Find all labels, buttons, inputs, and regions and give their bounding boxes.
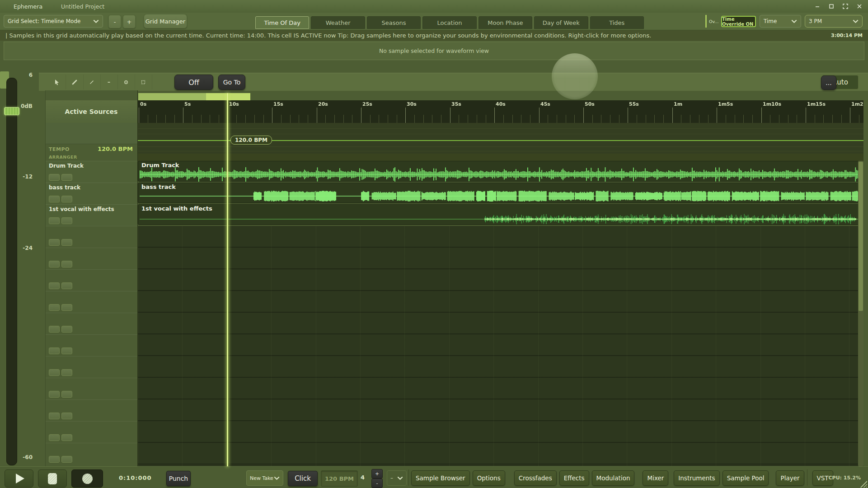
override-hour-dropdown[interactable]: 3 PM	[805, 15, 863, 28]
close-button[interactable]	[854, 1, 864, 11]
panel-button-options[interactable]: Options	[473, 470, 505, 486]
play-button[interactable]	[5, 469, 33, 488]
empty-track-row[interactable]	[45, 313, 137, 334]
track-mini-button-b[interactable]	[61, 217, 72, 224]
loop-region[interactable]	[138, 93, 206, 100]
empty-track-row[interactable]	[45, 291, 137, 313]
track-mini-button-b[interactable]	[61, 196, 72, 202]
panel-button-mixer[interactable]: Mixer	[643, 470, 668, 486]
panel-button-instruments[interactable]: Instruments	[674, 470, 719, 486]
track-mini-button-b[interactable]	[61, 369, 72, 376]
zoom-out-button[interactable]: -	[108, 15, 121, 28]
panel-button-sample-pool[interactable]: Sample Pool	[723, 470, 769, 486]
tempo-marker-badge[interactable]: 120.0 BPM	[230, 136, 272, 145]
zoom-in-button[interactable]: +	[123, 15, 136, 28]
tempo-row[interactable]: TEMPO 120.0 BPM	[45, 144, 137, 154]
timeline-ruler[interactable]	[138, 100, 863, 123]
click-button[interactable]: Click	[288, 471, 318, 486]
stop-button[interactable]	[38, 469, 67, 488]
track-mini-button-a[interactable]	[49, 413, 60, 419]
master-fader-track[interactable]	[6, 78, 17, 465]
line-tool-button[interactable]	[83, 75, 101, 89]
track-mini-button-a[interactable]	[49, 217, 60, 224]
punch-button[interactable]: Punch	[166, 471, 191, 486]
vertical-scrollbar[interactable]	[858, 161, 863, 466]
snap-off-button[interactable]: Off	[174, 75, 213, 90]
track-row[interactable]: 1st vocal with effects	[45, 204, 137, 226]
track-mini-button-b[interactable]	[61, 239, 72, 246]
grid-select-dropdown[interactable]: Grid Select: Timeline Mode	[4, 15, 103, 28]
groove-dropdown[interactable]: –	[387, 470, 407, 486]
time-override-toggle[interactable]: Time Override ON	[721, 16, 756, 27]
track-mini-button-b[interactable]	[61, 304, 72, 311]
empty-track-grid[interactable]	[138, 226, 863, 466]
track-row[interactable]: Drum Track	[45, 161, 137, 183]
empty-track-row[interactable]	[45, 334, 137, 356]
empty-track-row[interactable]	[45, 356, 137, 378]
track-mini-button-a[interactable]	[49, 196, 60, 202]
scrollbar-thumb[interactable]	[859, 162, 863, 311]
panel-button-effects[interactable]: Effects	[559, 470, 589, 486]
tab-time-of-day[interactable]: Time Of Day	[255, 16, 309, 29]
track-mini-button-a[interactable]	[49, 326, 60, 333]
loop-region-active[interactable]	[206, 93, 250, 100]
record-button[interactable]	[71, 469, 103, 488]
override-mode-dropdown[interactable]: Time	[760, 15, 801, 28]
fullscreen-button[interactable]	[840, 1, 850, 11]
tab-location[interactable]: Location	[422, 16, 476, 29]
panel-button-sample-browser[interactable]: Sample Browser	[411, 470, 470, 486]
track-mini-button-a[interactable]	[49, 261, 60, 267]
maximize-button[interactable]	[826, 1, 836, 11]
tab-weather[interactable]: Weather	[311, 16, 365, 29]
empty-track-row[interactable]	[45, 421, 137, 443]
grid-manager-button[interactable]: Grid Manager	[144, 14, 187, 28]
track-mini-button-a[interactable]	[49, 434, 60, 441]
track-mini-button-b[interactable]	[61, 456, 72, 463]
panel-button-player[interactable]: Player	[776, 470, 804, 486]
panel-button-modulation[interactable]: Modulation	[592, 470, 635, 486]
track-mini-button-b[interactable]	[61, 174, 72, 181]
track-mini-button-a[interactable]	[49, 304, 60, 311]
circle-tool-button[interactable]	[117, 75, 135, 89]
track-mini-button-b[interactable]	[61, 326, 72, 333]
track-mini-button-b[interactable]	[61, 413, 72, 419]
tab-day-of-week[interactable]: Day of Week	[534, 16, 588, 29]
tab-moon-phase[interactable]: Moon Phase	[479, 16, 532, 29]
arranger-row[interactable]: ARRANGER	[45, 154, 137, 161]
goto-button[interactable]: Go To	[218, 75, 245, 90]
track-mini-button-a[interactable]	[49, 239, 60, 246]
arranger-lane[interactable]	[138, 154, 863, 161]
track-mini-button-a[interactable]	[49, 456, 60, 463]
tempo-lane[interactable]: 120.0 BPM	[138, 123, 863, 154]
track-mini-button-a[interactable]	[49, 347, 60, 354]
track-mini-button-b[interactable]	[61, 282, 72, 289]
beats-decrement-button[interactable]: -	[371, 479, 383, 488]
track-mini-button-b[interactable]	[61, 261, 72, 267]
empty-track-row[interactable]	[45, 248, 137, 269]
track-mini-button-b[interactable]	[61, 434, 72, 441]
minimize-button[interactable]	[812, 1, 822, 11]
more-options-button[interactable]: ...	[821, 75, 836, 90]
pencil-tool-button[interactable]	[66, 75, 84, 89]
empty-track-row[interactable]	[45, 399, 137, 421]
region-tool-button[interactable]	[135, 75, 152, 89]
audio-clip-bass[interactable]: bass track	[138, 183, 863, 203]
playhead[interactable]	[227, 93, 228, 466]
select-tool-button[interactable]	[48, 75, 66, 89]
dash-tool-button[interactable]	[100, 75, 118, 89]
empty-track-row[interactable]	[45, 378, 137, 399]
take-dropdown[interactable]: New Take	[246, 470, 283, 486]
track-mini-button-a[interactable]	[49, 369, 60, 376]
track-mini-button-a[interactable]	[49, 282, 60, 289]
tab-seasons[interactable]: Seasons	[367, 16, 421, 29]
track-mini-button-a[interactable]	[49, 391, 60, 398]
panel-button-crossfades[interactable]: Crossfades	[514, 470, 557, 486]
resize-grip[interactable]	[860, 480, 867, 488]
track-mini-button-b[interactable]	[61, 347, 72, 354]
empty-track-row[interactable]	[45, 269, 137, 291]
track-row[interactable]: bass track	[45, 183, 137, 204]
empty-track-row[interactable]	[45, 226, 137, 248]
audio-clip-vocal[interactable]: 1st vocal with effects	[138, 204, 863, 225]
track-mini-button-b[interactable]	[61, 391, 72, 398]
tab-tides[interactable]: Tides	[590, 16, 644, 29]
